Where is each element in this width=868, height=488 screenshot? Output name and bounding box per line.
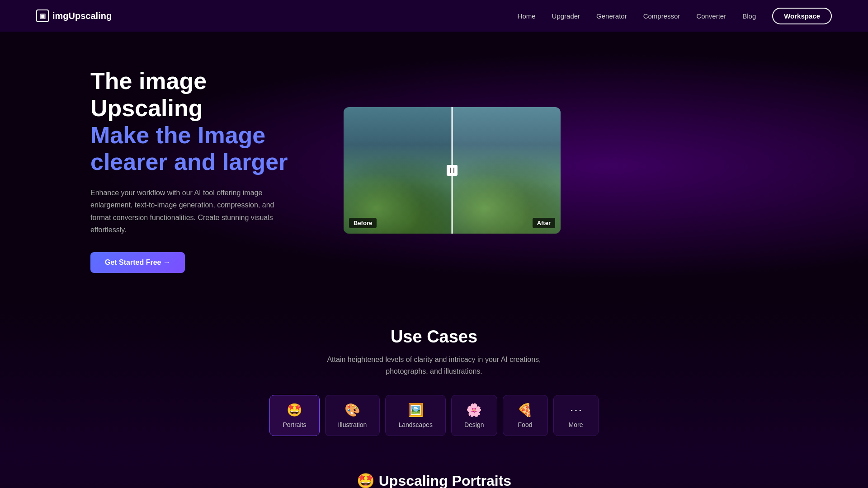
tab-food[interactable]: 🍕 Food (503, 395, 548, 436)
food-icon: 🍕 (517, 403, 533, 418)
before-label: Before (349, 218, 377, 228)
category-tabs: 🤩 Portraits 🎨 Illustration 🖼️ Landscapes… (90, 395, 778, 436)
hero-title: The image Upscaling Make the Image clear… (90, 68, 316, 176)
nav-blog[interactable]: Blog (742, 12, 756, 20)
hero-section: The image Upscaling Make the Image clear… (0, 32, 868, 300)
tab-more[interactable]: ⋯ More (553, 395, 599, 436)
portraits-icon: 🤩 (287, 403, 302, 418)
illustration-label: Illustration (338, 421, 367, 428)
use-cases-description: Attain heightened levels of clarity and … (90, 354, 778, 377)
navbar: ▣ imgUpscaling Home Upgrader Generator C… (0, 0, 868, 32)
portraits-label: Portraits (283, 421, 306, 428)
landscapes-icon: 🖼️ (408, 403, 424, 418)
tab-design[interactable]: 🌸 Design (451, 395, 497, 436)
before-image (344, 107, 452, 234)
logo-link[interactable]: ▣ imgUpscaling (36, 9, 112, 22)
tab-landscapes[interactable]: 🖼️ Landscapes (385, 395, 446, 436)
tab-portraits[interactable]: 🤩 Portraits (269, 395, 319, 436)
use-cases-section: Use Cases Attain heightened levels of cl… (0, 300, 868, 454)
before-after-container: Before After (344, 107, 561, 234)
nav-home[interactable]: Home (518, 12, 536, 20)
after-label: After (533, 218, 555, 228)
divider-handle[interactable] (447, 165, 458, 176)
logo-icon: ▣ (36, 9, 49, 22)
nav-upgrader[interactable]: Upgrader (552, 12, 580, 20)
logo-text: imgUpscaling (52, 11, 112, 21)
hero-title-blue: Make the Image clearer and larger (90, 122, 288, 175)
design-icon: 🌸 (466, 403, 482, 418)
nav-generator[interactable]: Generator (596, 12, 627, 20)
workspace-button[interactable]: Workspace (772, 8, 832, 24)
use-cases-title: Use Cases (90, 327, 778, 347)
nav-links: Home Upgrader Generator Compressor Conve… (518, 8, 832, 24)
hero-description: Enhance your workflow with our AI tool o… (90, 187, 280, 236)
hero-title-white: The image Upscaling (90, 68, 207, 121)
after-image (452, 107, 561, 234)
food-label: Food (518, 421, 533, 428)
get-started-button[interactable]: Get Started Free → (90, 252, 185, 273)
nav-compressor[interactable]: Compressor (643, 12, 680, 20)
design-label: Design (464, 421, 484, 428)
more-icon: ⋯ (570, 403, 582, 418)
more-label: More (569, 421, 583, 428)
portraits-title: 🤩 Upscaling Portraits (90, 472, 778, 488)
tab-illustration[interactable]: 🎨 Illustration (325, 395, 380, 436)
landscapes-label: Landscapes (398, 421, 433, 428)
illustration-icon: 🎨 (344, 403, 360, 418)
nav-converter[interactable]: Converter (696, 12, 726, 20)
portraits-section: 🤩 Upscaling Portraits (0, 454, 868, 488)
hero-before-after-image: Before After (344, 107, 561, 234)
hero-text: The image Upscaling Make the Image clear… (90, 68, 316, 273)
